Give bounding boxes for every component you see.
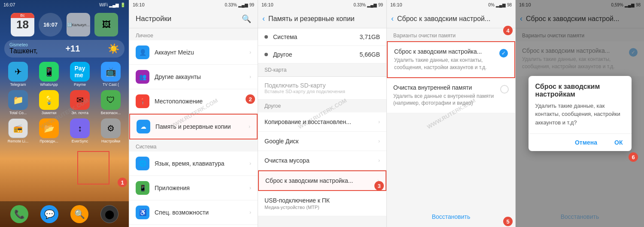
weather-city: Ташкент, bbox=[9, 47, 38, 55]
accessibility-icon: ♿ bbox=[136, 206, 149, 219]
radio-internal[interactable] bbox=[500, 85, 509, 94]
app-tvcast[interactable]: 📺 TV Cast ( bbox=[96, 62, 125, 87]
cancel-label: Отмена bbox=[575, 139, 597, 146]
dock-phone[interactable]: 📞 bbox=[10, 205, 28, 223]
files-icon: 📂 bbox=[39, 118, 59, 138]
panel-memory: 16:10 0.33% ▂▄▆ 99 ‹ Память и резервные … bbox=[258, 0, 386, 227]
app-email[interactable]: ✉ Эл. почта bbox=[65, 90, 94, 115]
app-whatsapp[interactable]: 📱 WhatsApp bbox=[34, 62, 64, 87]
telegram-label: Telegram bbox=[10, 82, 26, 87]
chevron-gdrive: › bbox=[378, 138, 380, 144]
radio-factory[interactable] bbox=[499, 49, 508, 58]
backup-label: Копирование и восстановлен... bbox=[264, 118, 351, 125]
chevron-icon-3: › bbox=[249, 124, 250, 130]
memory-item-system: Система 3,71GB bbox=[258, 28, 386, 46]
email-icon: ✉ bbox=[70, 90, 90, 110]
step5-number: 5 bbox=[503, 217, 513, 226]
status-icons-4: 0% ▂▄▆ 98 bbox=[488, 3, 512, 7]
settings-label: Настройки bbox=[101, 139, 120, 143]
weather-info: Gismeteo Ташкент, bbox=[9, 42, 38, 55]
meizu-account-label: Аккаунт Meizu bbox=[155, 49, 244, 56]
memory-title: Память и резервные копии bbox=[268, 15, 355, 23]
calendar-date: 18 bbox=[16, 18, 29, 31]
panel-reset-options: 16:10 0% ▂▄▆ 98 ‹ Сброс к заводским наст… bbox=[386, 0, 515, 227]
menu-usb[interactable]: USB-подключение к ПК Медиа-устройство (М… bbox=[258, 191, 386, 216]
settings-item-location[interactable]: 📍 Местоположение › bbox=[129, 89, 258, 114]
app-telegram[interactable]: ✈ Telegram bbox=[3, 62, 33, 87]
files-label: Проводн... bbox=[39, 139, 58, 143]
sd-card-section: SD-карта bbox=[258, 64, 386, 77]
app-grid-row2: 📁 Total Co... 💡 Заметки ✉ Эл. почта 🛡 Бе… bbox=[0, 88, 129, 117]
dock-home[interactable]: ⬤ bbox=[100, 205, 118, 223]
weather-temp: +11 bbox=[65, 44, 80, 54]
step1-number: 1 bbox=[118, 178, 127, 187]
reset-option-factory[interactable]: Сброс к заводским настройка... Удалить т… bbox=[387, 41, 515, 78]
restore-button[interactable]: Восстановить bbox=[387, 210, 515, 224]
settings-item-other-accounts[interactable]: 👥 Другие аккаунты › bbox=[129, 65, 258, 89]
whatsapp-icon: 📱 bbox=[39, 62, 59, 82]
settings-item-meizu-account[interactable]: 👤 Аккаунт Meizu › bbox=[129, 40, 258, 65]
wifi-pct-3: 0.33% bbox=[353, 3, 365, 7]
panel-settings: 16:10 0.33% ▂▄▆ 99 Настройки 🔍 Личное 👤 … bbox=[129, 0, 258, 227]
wifi-icon: WiFi bbox=[99, 3, 108, 7]
weather-widget: Gismeteo Ташкент, +11 ☀️ bbox=[4, 40, 125, 58]
settings-item-memory[interactable]: ☁ Память и резервные копии › bbox=[129, 114, 258, 139]
chevron-icon-5: › bbox=[249, 185, 251, 191]
app-notes[interactable]: 💡 Заметки bbox=[34, 90, 64, 115]
remote-icon: 📻 bbox=[8, 118, 28, 138]
usb-sub: Медиа-устройство (МТР) bbox=[264, 205, 319, 210]
settings-item-accessibility[interactable]: ♿ Спец. возможности › bbox=[129, 200, 258, 225]
signal-2: ▂▄▆ bbox=[238, 3, 248, 7]
app-totalcommander[interactable]: 📁 Total Co... bbox=[3, 90, 33, 115]
app-security[interactable]: 🛡 Безопасн... bbox=[96, 90, 125, 115]
calendar-header: Вс bbox=[11, 13, 34, 18]
app-eversync[interactable]: ↕ EverSync bbox=[65, 118, 94, 143]
calc-label: Калькул... bbox=[72, 23, 89, 27]
notes-icon: 💡 bbox=[39, 90, 59, 110]
signal-icon: ▂▄▆ bbox=[109, 3, 119, 7]
app-files[interactable]: 📂 Проводн... bbox=[34, 118, 64, 143]
back-arrow-memory[interactable]: ‹ bbox=[262, 14, 265, 23]
sd-card-connect: Подключить SD-карту Вставьте SD-карту дл… bbox=[258, 77, 386, 100]
confirm-dialog: Сброс к заводским настройкам Удалить так… bbox=[529, 76, 632, 151]
dock-messages[interactable]: 💬 bbox=[40, 205, 58, 223]
gallery-widget[interactable]: 🖼 bbox=[94, 13, 118, 36]
memory-label: Память и резервные копии bbox=[155, 123, 243, 130]
location-icon: 📍 bbox=[136, 94, 149, 108]
settings-item-apps[interactable]: 📱 Приложения › bbox=[129, 176, 258, 200]
system-size: 3,71GB bbox=[360, 33, 380, 40]
settings-item-update[interactable]: 🔄 Обновление системы › bbox=[129, 225, 258, 227]
status-time: 16:07 bbox=[3, 2, 15, 7]
meizu-account-icon: 👤 bbox=[136, 45, 149, 59]
step3-number: 3 bbox=[374, 181, 384, 191]
settings-search-icon[interactable]: 🔍 bbox=[242, 14, 251, 24]
variants-label: Варианты очистки памяти bbox=[387, 28, 515, 41]
app-payme[interactable]: Payme Payme bbox=[65, 62, 94, 87]
dock-search[interactable]: 🔍 bbox=[70, 205, 88, 223]
app-remote[interactable]: 📻 Remote Li... bbox=[3, 118, 33, 143]
app-settings[interactable]: ⚙ Настройки bbox=[96, 118, 125, 143]
factory-reset-label: Сброс к заводским настройка... bbox=[265, 177, 353, 184]
apps-icon: 📱 bbox=[136, 181, 149, 195]
menu-google-drive[interactable]: Google Диск › bbox=[258, 132, 386, 151]
panel-dialog: 16:10 0,59% ▂▄▆ 98 ‹ Сброс к заводским н… bbox=[515, 0, 644, 227]
reset-option-internal[interactable]: Очистка внутренней памяти Удалить все да… bbox=[387, 78, 515, 114]
menu-cleanup[interactable]: Очистка мусора › bbox=[258, 151, 386, 170]
sd-connect-title: Подключить SD-карту bbox=[264, 82, 380, 89]
back-arrow-reset[interactable]: ‹ bbox=[391, 14, 394, 23]
menu-factory-reset[interactable]: Сброс к заводским настройка... › bbox=[258, 170, 386, 191]
total-icon: 📁 bbox=[8, 90, 28, 110]
settings-title: Настройки bbox=[136, 15, 171, 23]
cancel-button[interactable]: Отмена bbox=[566, 134, 606, 151]
language-label: Язык, время, клавиатура bbox=[155, 160, 244, 167]
reset-title: Сброс к заводским настрой... bbox=[397, 15, 490, 23]
calendar-widget[interactable]: Вс 18 bbox=[11, 13, 34, 36]
calculator-widget[interactable]: 🔢 Калькул... bbox=[67, 13, 90, 36]
signal-3: ▂▄▆ bbox=[367, 3, 377, 7]
menu-backup[interactable]: Копирование и восстановлен... › bbox=[258, 112, 386, 132]
ok-button[interactable]: ОК bbox=[606, 134, 631, 151]
security-label: Безопасн... bbox=[101, 111, 121, 115]
settings-item-language[interactable]: 🌐 Язык, время, клавиатура › bbox=[129, 151, 258, 176]
eversync-icon: ↕ bbox=[70, 118, 90, 138]
tvcast-icon: 📺 bbox=[101, 62, 121, 82]
